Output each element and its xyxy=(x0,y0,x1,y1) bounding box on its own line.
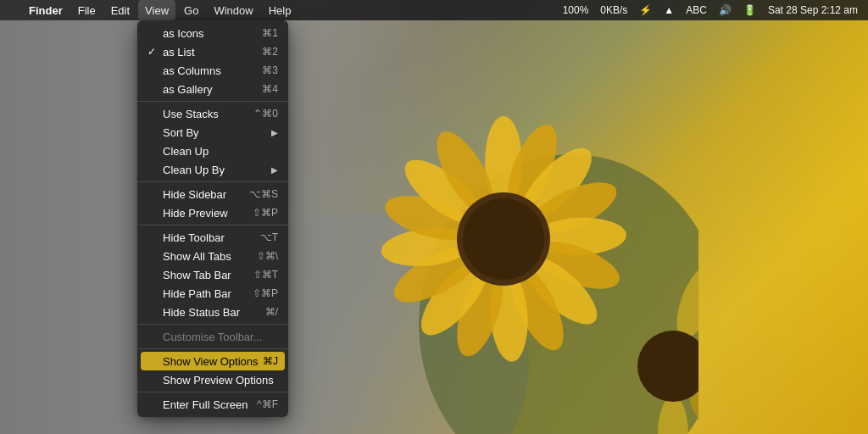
menu-item-hide-path-bar[interactable]: Hide Path Bar⇧⌘P xyxy=(137,284,288,303)
menu-item-hide-sidebar[interactable]: Hide Sidebar⌥⌘S xyxy=(137,185,288,203)
svg-point-19 xyxy=(463,198,544,280)
window-menu[interactable]: Window xyxy=(207,0,259,20)
menu-item-hide-preview[interactable]: Hide Preview⇧⌘P xyxy=(137,203,288,222)
abc-label: ABC xyxy=(682,4,710,16)
menubar-left: Finder File Edit View Go Window Help xyxy=(7,0,298,20)
menu-item-text-as-list: as List xyxy=(163,46,195,58)
menu-item-enter-full-screen[interactable]: Enter Full Screen^⌘F xyxy=(137,395,288,414)
menu-item-hide-toolbar[interactable]: Hide Toolbar⌥T xyxy=(137,228,288,247)
menu-item-text-hide-sidebar: Hide Sidebar xyxy=(163,188,226,201)
menu-item-label-show-preview-options: Show Preview Options xyxy=(147,374,274,387)
menu-item-sort-by[interactable]: Sort By▶ xyxy=(137,123,288,142)
desktop-background xyxy=(0,0,868,434)
menu-separator xyxy=(137,392,288,392)
menu-item-text-use-stacks: Use Stacks xyxy=(163,108,219,120)
bluetooth-icon: ⚡ xyxy=(636,4,655,16)
datetime: Sat 28 Sep 2:12 am xyxy=(765,4,861,16)
menubar: Finder File Edit View Go Window Help 100… xyxy=(0,0,868,20)
menu-item-arrow-sort-by: ▶ xyxy=(271,128,278,137)
menu-item-text-customise-toolbar: Customise Toolbar... xyxy=(163,331,263,343)
menu-item-shortcut-hide-toolbar: ⌥T xyxy=(260,231,278,243)
menu-item-shortcut-sort-by: ▶ xyxy=(271,128,278,137)
menu-separator xyxy=(137,225,288,225)
menu-item-checkmark-as-list: ✓ xyxy=(147,46,159,58)
menu-item-label-hide-path-bar: Hide Path Bar xyxy=(147,287,231,300)
menu-item-label-show-all-tabs: Show All Tabs xyxy=(147,250,231,263)
menu-item-show-view-options[interactable]: Show View Options⌘J xyxy=(141,352,285,370)
menu-item-label-as-columns: as Columns xyxy=(147,64,221,77)
menu-separator xyxy=(137,101,288,102)
menu-item-text-enter-full-screen: Enter Full Screen xyxy=(163,398,248,411)
file-menu[interactable]: File xyxy=(71,0,103,20)
menu-item-text-hide-toolbar: Hide Toolbar xyxy=(163,231,225,244)
menu-item-shortcut-as-columns: ⌘3 xyxy=(262,64,278,76)
menu-item-as-list[interactable]: ✓as List⌘2 xyxy=(137,42,288,61)
apple-menu[interactable] xyxy=(7,0,20,20)
menu-separator xyxy=(137,181,288,182)
menu-item-text-hide-path-bar: Hide Path Bar xyxy=(163,287,231,300)
menu-item-shortcut-hide-sidebar: ⌥⌘S xyxy=(249,188,278,200)
menu-item-shortcut-as-list: ⌘2 xyxy=(262,46,278,58)
menu-item-label-as-gallery: as Gallery xyxy=(147,83,213,96)
menu-item-text-hide-status-bar: Hide Status Bar xyxy=(163,306,240,319)
menu-item-label-show-tab-bar: Show Tab Bar xyxy=(147,269,231,281)
sunflower-illustration xyxy=(232,70,698,434)
menubar-right: 100% 0KB/s ⚡ ▲ ABC 🔊 🔋 Sat 28 Sep 2:12 a… xyxy=(559,4,861,16)
edit-menu[interactable]: Edit xyxy=(104,0,136,20)
menu-item-label-enter-full-screen: Enter Full Screen xyxy=(147,398,248,411)
menu-item-label-hide-status-bar: Hide Status Bar xyxy=(147,306,240,319)
menu-item-text-sort-by: Sort By xyxy=(163,126,199,139)
menu-item-shortcut-show-tab-bar: ⇧⌘T xyxy=(253,269,278,281)
menu-item-label-customise-toolbar: Customise Toolbar... xyxy=(147,331,263,343)
battery-percent: 100% xyxy=(559,4,593,16)
menu-item-shortcut-clean-up-by: ▶ xyxy=(271,165,278,175)
menu-item-text-show-tab-bar: Show Tab Bar xyxy=(163,269,231,281)
menu-item-label-show-view-options: Show View Options xyxy=(147,355,259,368)
menu-item-shortcut-show-view-options: ⌘J xyxy=(263,355,278,367)
menu-item-text-clean-up-by: Clean Up By xyxy=(163,164,225,176)
menu-item-as-icons[interactable]: as Icons⌘1 xyxy=(137,24,288,42)
menu-item-label-clean-up-by: Clean Up By xyxy=(147,164,225,176)
menu-item-shortcut-hide-path-bar: ⇧⌘P xyxy=(253,287,278,299)
battery-icon: 🔋 xyxy=(740,4,760,16)
wifi-icon: ▲ xyxy=(660,4,677,16)
menu-item-show-preview-options[interactable]: Show Preview Options xyxy=(137,370,288,389)
menu-item-text-show-all-tabs: Show All Tabs xyxy=(163,250,231,263)
menu-item-text-show-preview-options: Show Preview Options xyxy=(163,374,274,387)
view-dropdown-menu: as Icons⌘1✓as List⌘2as Columns⌘3as Galle… xyxy=(137,20,288,417)
menu-item-text-clean-up: Clean Up xyxy=(163,145,209,158)
menu-separator xyxy=(137,324,288,325)
menu-item-shortcut-use-stacks: ⌃⌘0 xyxy=(253,108,278,120)
menu-item-label-as-list: ✓as List xyxy=(147,46,195,58)
menu-item-label-sort-by: Sort By xyxy=(147,126,199,139)
view-menu[interactable]: View xyxy=(138,0,175,20)
menu-item-text-as-columns: as Columns xyxy=(163,64,221,77)
menu-item-show-all-tabs[interactable]: Show All Tabs⇧⌘\ xyxy=(137,247,288,265)
menu-item-label-hide-sidebar: Hide Sidebar xyxy=(147,188,226,201)
menu-item-as-gallery[interactable]: as Gallery⌘4 xyxy=(137,80,288,98)
menu-item-label-hide-preview: Hide Preview xyxy=(147,207,228,220)
menu-item-label-use-stacks: Use Stacks xyxy=(147,108,219,120)
finder-menu[interactable]: Finder xyxy=(22,0,70,20)
menu-item-label-clean-up: Clean Up xyxy=(147,145,209,158)
menu-item-shortcut-hide-status-bar: ⌘/ xyxy=(265,306,278,318)
menu-item-hide-status-bar[interactable]: Hide Status Bar⌘/ xyxy=(137,303,288,321)
menu-item-shortcut-hide-preview: ⇧⌘P xyxy=(253,207,278,219)
menu-item-as-columns[interactable]: as Columns⌘3 xyxy=(137,61,288,80)
help-menu[interactable]: Help xyxy=(262,0,298,20)
volume-icon: 🔊 xyxy=(715,4,735,16)
menu-item-label-hide-toolbar: Hide Toolbar xyxy=(147,231,225,244)
menu-item-arrow-clean-up-by: ▶ xyxy=(271,165,278,175)
menu-item-text-show-view-options: Show View Options xyxy=(163,355,259,368)
menu-item-clean-up-by[interactable]: Clean Up By▶ xyxy=(137,160,288,179)
menu-item-show-tab-bar[interactable]: Show Tab Bar⇧⌘T xyxy=(137,265,288,284)
menu-item-customise-toolbar: Customise Toolbar... xyxy=(137,327,288,346)
menu-item-shortcut-enter-full-screen: ^⌘F xyxy=(257,398,278,410)
menu-item-use-stacks[interactable]: Use Stacks⌃⌘0 xyxy=(137,104,288,123)
menu-item-text-hide-preview: Hide Preview xyxy=(163,207,228,220)
menu-item-label-as-icons: as Icons xyxy=(147,27,203,40)
go-menu[interactable]: Go xyxy=(177,0,205,20)
menu-item-clean-up[interactable]: Clean Up xyxy=(137,142,288,160)
menu-item-text-as-gallery: as Gallery xyxy=(163,83,213,96)
menu-item-shortcut-as-icons: ⌘1 xyxy=(262,27,278,39)
